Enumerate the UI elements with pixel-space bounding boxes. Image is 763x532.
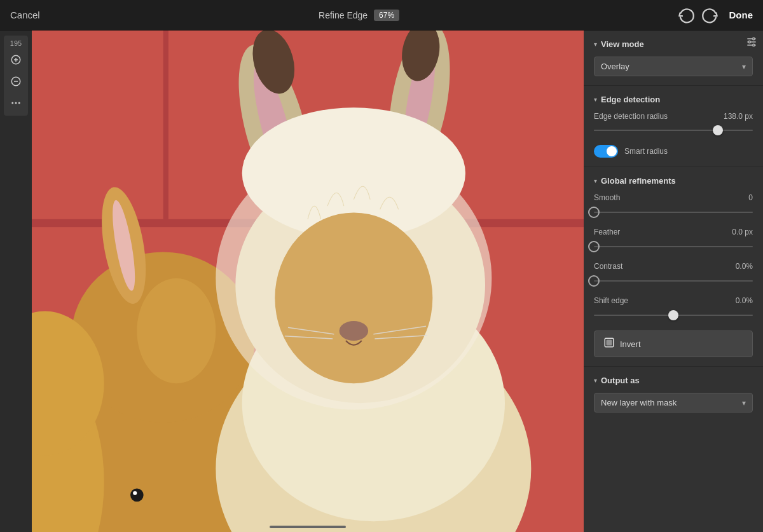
main-content: 195	[0, 31, 763, 532]
brush-size-label: 195	[10, 39, 22, 47]
view-mode-chevron: ▾	[594, 41, 597, 48]
smart-radius-label: Smart radius	[624, 147, 668, 156]
shift-edge-value: 0.0%	[736, 296, 753, 305]
smart-radius-knob	[607, 146, 617, 156]
svg-rect-46	[607, 340, 612, 345]
invert-icon	[603, 337, 615, 351]
zoom-level[interactable]: 67%	[374, 10, 399, 21]
view-mode-dropdown-chevron: ▾	[742, 62, 746, 71]
tool-title: Refine Edge	[319, 10, 368, 20]
svg-point-32	[340, 321, 368, 341]
output-as-header[interactable]: ▾ Output as	[594, 376, 753, 385]
canvas-scrollbar[interactable]	[270, 526, 346, 528]
global-refinements-chevron: ▾	[594, 177, 597, 184]
svg-point-43	[748, 41, 750, 43]
header-center: Refine Edge 67%	[319, 10, 399, 21]
output-as-dropdown-chevron: ▾	[742, 399, 746, 407]
svg-point-15	[137, 278, 216, 383]
contrast-slider-row: Contrast 0.0%	[594, 262, 753, 287]
view-mode-selected: Overlay	[601, 62, 629, 71]
contrast-label-row: Contrast 0.0%	[594, 262, 753, 271]
app-header: Cancel Refine Edge 67% Done	[0, 0, 763, 31]
header-left: Cancel	[10, 10, 40, 20]
smooth-value: 0	[748, 193, 753, 202]
canvas-area[interactable]	[32, 31, 584, 532]
right-panel: ▾ View mode Overlay ▾ ▾ Edge detection E…	[584, 31, 763, 532]
panel-settings-button[interactable]	[745, 36, 758, 51]
undo-redo-group	[678, 6, 718, 24]
feather-label: Feather	[594, 228, 620, 236]
shift-edge-slider-row: Shift edge 0.0%	[594, 296, 753, 322]
radius-slider-thumb[interactable]	[713, 125, 723, 135]
edge-detection-chevron: ▾	[594, 96, 597, 103]
feather-slider-thumb[interactable]	[588, 241, 600, 252]
svg-point-16	[130, 489, 144, 502]
radius-slider-row: Edge detection radius 138.0 px	[594, 112, 753, 136]
svg-point-17	[133, 491, 137, 495]
smooth-label-row: Smooth 0	[594, 193, 753, 202]
canvas-image	[32, 31, 584, 532]
header-right: Done	[678, 6, 753, 24]
radius-label-row: Edge detection radius 138.0 px	[594, 112, 753, 121]
svg-point-42	[753, 38, 755, 39]
contrast-label: Contrast	[594, 262, 622, 271]
view-mode-title: View mode	[601, 39, 644, 49]
svg-point-5	[11, 102, 13, 104]
output-as-chevron: ▾	[594, 377, 597, 384]
redo-button[interactable]	[701, 6, 718, 24]
tool-group: 195	[4, 36, 28, 116]
view-mode-section: ▾ View mode Overlay ▾	[584, 31, 763, 86]
left-toolbar: 195	[0, 31, 32, 532]
shift-edge-slider-thumb[interactable]	[668, 310, 678, 320]
smooth-label: Smooth	[594, 193, 620, 202]
radius-label: Edge detection radius	[594, 112, 668, 121]
contrast-value: 0.0%	[736, 262, 753, 271]
output-as-section: ▾ Output as New layer with mask ▾	[584, 367, 763, 421]
more-tools[interactable]	[7, 94, 25, 112]
invert-label: Invert	[620, 339, 641, 349]
view-mode-header[interactable]: ▾ View mode	[594, 39, 753, 49]
add-brush-tool[interactable]	[7, 51, 25, 69]
edge-detection-title: Edge detection	[601, 95, 660, 104]
output-as-selected: New layer with mask	[601, 398, 677, 407]
svg-point-44	[753, 44, 755, 46]
svg-rect-10	[163, 31, 168, 219]
feather-value: 0.0 px	[732, 228, 753, 236]
output-as-title: Output as	[601, 376, 640, 385]
smart-radius-row: Smart radius	[594, 145, 753, 158]
subtract-brush-tool[interactable]	[7, 72, 25, 90]
undo-button[interactable]	[678, 6, 696, 24]
global-refinements-section: ▾ Global refinements Smooth 0 Feather	[584, 167, 763, 367]
shift-edge-label-row: Shift edge 0.0%	[594, 296, 753, 305]
view-mode-dropdown[interactable]: Overlay ▾	[594, 57, 753, 76]
contrast-slider-thumb[interactable]	[588, 275, 600, 287]
svg-point-29	[275, 213, 432, 384]
shift-edge-label: Shift edge	[594, 296, 628, 305]
radius-value: 138.0 px	[724, 112, 753, 121]
global-refinements-header[interactable]: ▾ Global refinements	[594, 176, 753, 186]
smooth-slider-thumb[interactable]	[588, 207, 600, 218]
output-as-dropdown[interactable]: New layer with mask ▾	[594, 393, 753, 413]
feather-slider-row: Feather 0.0 px	[594, 228, 753, 253]
svg-point-6	[15, 102, 17, 104]
smooth-slider-row: Smooth 0	[594, 193, 753, 219]
edge-detection-header[interactable]: ▾ Edge detection	[594, 95, 753, 104]
feather-label-row: Feather 0.0 px	[594, 228, 753, 236]
edge-detection-section: ▾ Edge detection Edge detection radius 1…	[584, 86, 763, 167]
invert-button[interactable]: Invert	[594, 331, 753, 357]
svg-point-7	[18, 102, 20, 104]
smart-radius-toggle[interactable]	[594, 145, 618, 158]
cancel-button[interactable]: Cancel	[10, 10, 40, 20]
done-button[interactable]: Done	[729, 10, 753, 20]
global-refinements-title: Global refinements	[601, 176, 676, 186]
